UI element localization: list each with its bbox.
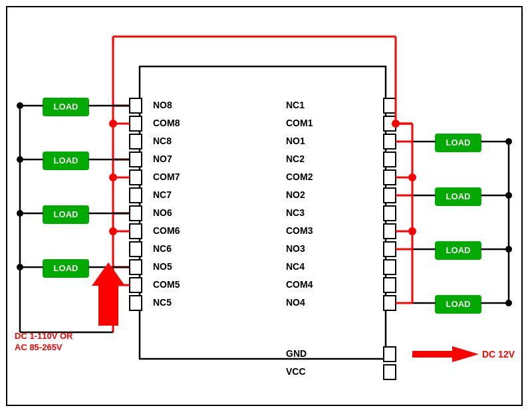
svg-point-107: [505, 138, 512, 145]
svg-text:NC7: NC7: [153, 189, 172, 200]
svg-rect-6: [130, 152, 142, 167]
svg-text:NC2: NC2: [286, 154, 305, 164]
svg-text:COM4: COM4: [286, 279, 313, 290]
svg-text:NO7: NO7: [153, 154, 172, 164]
svg-text:NC3: NC3: [286, 207, 305, 218]
svg-rect-15: [384, 98, 396, 113]
svg-text:COM7: COM7: [153, 171, 180, 182]
svg-rect-4: [130, 116, 142, 131]
wiring-diagram: NO8 COM8 NC8 NO7 COM7 NC7 NO6 COM6 NC6 N…: [0, 0, 532, 418]
svg-text:NC4: NC4: [286, 261, 305, 272]
svg-text:DC 12V: DC 12V: [482, 349, 515, 360]
svg-rect-25: [384, 278, 396, 292]
svg-point-117: [505, 246, 512, 253]
svg-text:NO2: NO2: [286, 189, 305, 200]
svg-text:DC 1-110V OR: DC 1-110V OR: [15, 331, 73, 341]
svg-point-61: [109, 120, 117, 128]
svg-rect-8: [130, 188, 142, 203]
svg-rect-27: [384, 347, 396, 362]
svg-text:LOAD: LOAD: [446, 191, 471, 201]
svg-rect-18: [384, 152, 396, 167]
svg-text:NO3: NO3: [286, 243, 305, 254]
svg-rect-9: [130, 206, 142, 221]
svg-rect-13: [130, 278, 142, 292]
svg-text:NO4: NO4: [286, 297, 305, 308]
svg-text:LOAD: LOAD: [446, 138, 471, 148]
svg-rect-11: [130, 242, 142, 257]
svg-text:NC8: NC8: [153, 136, 172, 146]
svg-point-67: [109, 227, 117, 235]
svg-text:COM1: COM1: [286, 118, 313, 128]
svg-rect-10: [130, 224, 142, 239]
svg-text:LOAD: LOAD: [54, 209, 78, 219]
svg-point-122: [505, 300, 512, 306]
svg-text:NC1: NC1: [286, 100, 305, 110]
svg-rect-20: [384, 188, 396, 203]
svg-text:COM8: COM8: [153, 118, 180, 128]
svg-text:GND: GND: [286, 348, 307, 359]
svg-rect-22: [384, 224, 396, 239]
svg-text:NC6: NC6: [153, 243, 172, 254]
svg-rect-12: [130, 260, 142, 274]
svg-text:NO8: NO8: [153, 100, 172, 110]
svg-text:COM2: COM2: [286, 171, 313, 182]
svg-text:VCC: VCC: [286, 366, 306, 377]
svg-text:COM5: COM5: [153, 279, 180, 290]
svg-rect-21: [384, 206, 396, 221]
svg-text:LOAD: LOAD: [54, 102, 78, 112]
svg-rect-24: [384, 260, 396, 274]
svg-rect-19: [384, 170, 396, 185]
svg-text:COM6: COM6: [153, 225, 180, 236]
svg-text:LOAD: LOAD: [446, 299, 471, 309]
svg-rect-3: [130, 98, 142, 113]
svg-text:LOAD: LOAD: [54, 263, 78, 273]
svg-text:AC 85-265V: AC 85-265V: [15, 342, 63, 352]
svg-rect-14: [130, 296, 142, 310]
svg-rect-23: [384, 242, 396, 257]
svg-text:NO1: NO1: [286, 136, 305, 146]
svg-text:COM3: COM3: [286, 225, 313, 236]
svg-rect-17: [384, 134, 396, 149]
svg-point-112: [505, 192, 512, 199]
svg-rect-26: [384, 296, 396, 310]
svg-rect-2: [140, 66, 386, 359]
svg-text:NO5: NO5: [153, 261, 172, 272]
svg-point-64: [109, 173, 117, 181]
svg-rect-28: [384, 365, 396, 379]
svg-text:LOAD: LOAD: [54, 156, 78, 165]
svg-rect-7: [130, 170, 142, 185]
svg-text:NO6: NO6: [153, 207, 172, 218]
svg-rect-5: [130, 134, 142, 149]
svg-text:NC5: NC5: [153, 297, 172, 308]
svg-text:LOAD: LOAD: [446, 245, 471, 255]
